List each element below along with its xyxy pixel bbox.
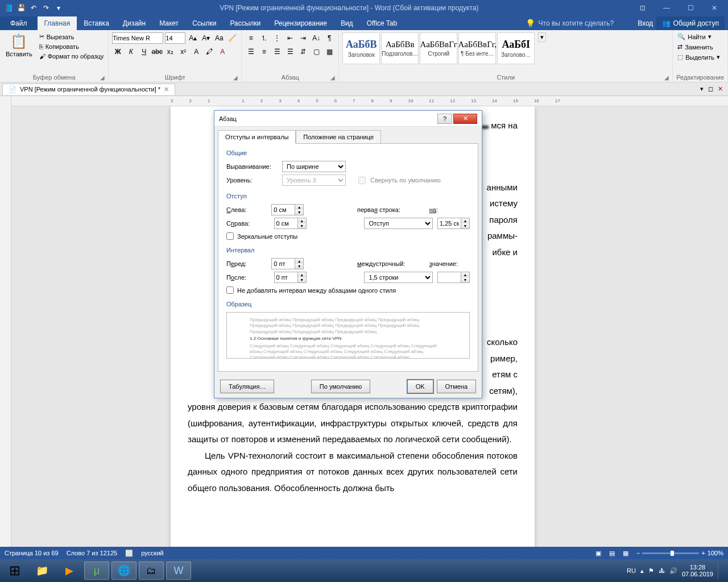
tab-file[interactable]: Файл	[0, 16, 38, 30]
dialog-help-icon[interactable]: ?	[437, 114, 452, 124]
multilevel-icon[interactable]: ⋮	[271, 32, 283, 44]
redo-icon[interactable]: ↷	[41, 3, 51, 13]
signin-link[interactable]: Вход	[638, 19, 653, 27]
replace-button[interactable]: ⇄Заменить	[676, 43, 721, 51]
start-button[interactable]: ⊞	[2, 562, 27, 580]
tab-layout[interactable]: Макет	[152, 16, 185, 30]
taskbar-chrome[interactable]: 🌐	[111, 562, 136, 580]
tray-flag-icon[interactable]: ⚑	[648, 567, 654, 575]
align-left-icon[interactable]: ☰	[245, 46, 257, 57]
taskbar-explorer[interactable]: 📁	[30, 562, 55, 580]
indent-left-input[interactable]	[271, 204, 295, 215]
styles-launcher-icon[interactable]: ◢	[664, 74, 669, 81]
document-tab[interactable]: 📄 VPN [Режим ограниченной функциональнос…	[2, 84, 175, 95]
tab-design[interactable]: Дизайн	[116, 16, 152, 30]
style-heading2[interactable]: АаБбІЗаголово…	[497, 32, 535, 64]
style-normal[interactable]: АаБбВвГг,¶ Без инте…	[458, 32, 496, 64]
spin-down-icon[interactable]: ▼	[295, 210, 303, 215]
spin-down-icon[interactable]: ▼	[298, 223, 306, 228]
after-input[interactable]	[274, 272, 298, 283]
style-strict[interactable]: АаБбВвГгСтрогий	[420, 32, 457, 64]
tab-pin-icon[interactable]: ◻	[706, 85, 715, 93]
tab-close-icon[interactable]: ✕	[716, 85, 725, 93]
text-effects-icon[interactable]: A	[191, 46, 202, 57]
minimize-icon[interactable]: —	[655, 4, 678, 12]
style-heading[interactable]: АаБбВЗаголовок	[342, 32, 380, 64]
cancel-button[interactable]: Отмена	[437, 380, 476, 393]
zoom-out-icon[interactable]: −	[636, 550, 640, 556]
font-size-combo[interactable]	[165, 32, 185, 44]
shading-icon[interactable]: ▢	[311, 46, 322, 57]
format-painter-button[interactable]: 🖌Формат по образцу	[38, 52, 105, 60]
cut-button[interactable]: ✂Вырезать	[38, 32, 105, 41]
copy-button[interactable]: ⎘Копировать	[38, 43, 105, 51]
tab-insert[interactable]: Вставка	[77, 16, 116, 30]
spin-up-icon[interactable]: ▲	[295, 205, 303, 210]
spin-up-icon[interactable]: ▲	[298, 218, 306, 223]
find-button[interactable]: 🔍Найти ▾	[676, 32, 721, 41]
bullets-icon[interactable]: ≡	[245, 32, 257, 44]
taskbar-explorer2[interactable]: 🗂	[139, 562, 164, 580]
clear-format-icon[interactable]: 🧹	[226, 32, 238, 44]
change-case-icon[interactable]: Aa	[213, 32, 225, 44]
zoom-percent[interactable]: 100%	[708, 550, 723, 556]
by-input[interactable]	[437, 218, 461, 229]
save-icon[interactable]: 💾	[16, 3, 26, 13]
zoom-in-icon[interactable]: +	[701, 550, 705, 556]
linespacing-select[interactable]: 1,5 строки	[364, 272, 433, 283]
tab-view[interactable]: Вид	[334, 16, 360, 30]
bold-icon[interactable]: Ж	[112, 46, 123, 57]
qat-dropdown-icon[interactable]: ▾	[53, 3, 64, 13]
borders-icon[interactable]: ▦	[324, 46, 335, 57]
superscript-icon[interactable]: x²	[177, 46, 189, 57]
spin-up-icon[interactable]: ▲	[295, 259, 303, 264]
view-read-icon[interactable]: ▣	[595, 550, 601, 557]
alignment-select[interactable]: По ширине	[282, 161, 346, 172]
spin-down-icon[interactable]: ▼	[298, 277, 306, 282]
taskbar-word[interactable]: W	[166, 562, 191, 580]
font-color-icon[interactable]: A	[217, 46, 228, 57]
tellme-input[interactable]: Что вы хотите сделать?	[539, 19, 614, 27]
subscript-icon[interactable]: x₂	[164, 46, 176, 57]
grow-font-icon[interactable]: A▴	[187, 32, 198, 44]
default-button[interactable]: По умолчанию	[311, 380, 370, 393]
tab-mailings[interactable]: Рассылки	[223, 16, 267, 30]
tab-references[interactable]: Ссылки	[185, 16, 223, 30]
highlight-icon[interactable]: 🖍	[204, 46, 215, 57]
tabs-button[interactable]: Табуляция…	[220, 380, 274, 393]
spin-down-icon[interactable]: ▼	[295, 264, 303, 269]
tray-volume-icon[interactable]: 🔊	[669, 567, 677, 575]
zoom-slider[interactable]	[642, 552, 699, 554]
at-input[interactable]	[437, 272, 461, 283]
status-page[interactable]: Страница 10 из 69	[5, 550, 59, 556]
strike-icon[interactable]: abc	[151, 46, 163, 57]
indent-dec-icon[interactable]: ⇤	[284, 32, 296, 44]
tab-review[interactable]: Рецензирование	[267, 16, 334, 30]
doc-close-icon[interactable]: ✕	[164, 86, 169, 93]
show-marks-icon[interactable]: ¶	[324, 32, 335, 44]
firstline-select[interactable]: Отступ	[364, 218, 433, 229]
before-input[interactable]	[271, 258, 295, 269]
font-name-combo[interactable]	[112, 32, 163, 44]
align-right-icon[interactable]: ☰	[271, 46, 283, 57]
tab-nav-icon[interactable]: ▾	[698, 85, 705, 93]
undo-icon[interactable]: ↶	[28, 3, 39, 13]
tray-network-icon[interactable]: 🖧	[659, 567, 665, 574]
spin-up-icon[interactable]: ▲	[298, 272, 306, 277]
vertical-ruler[interactable]	[0, 96, 11, 547]
indent-right-input[interactable]	[274, 218, 298, 229]
taskbar-utorrent[interactable]: μ	[84, 562, 109, 580]
font-launcher-icon[interactable]: ◢	[233, 74, 238, 81]
view-web-icon[interactable]: ▦	[623, 550, 628, 557]
underline-icon[interactable]: Ч	[138, 46, 150, 57]
ok-button[interactable]: OK	[407, 380, 433, 393]
align-center-icon[interactable]: ≡	[258, 46, 270, 57]
style-subtitle[interactable]: АаБбВвПодзаголов…	[381, 32, 419, 64]
dialog-titlebar[interactable]: Абзац ? ✕	[214, 111, 482, 127]
spin-down-icon[interactable]: ▼	[461, 223, 469, 228]
status-words[interactable]: Слово 7 из 12125	[67, 550, 118, 556]
tab-indents[interactable]: Отступы и интервалы	[218, 130, 296, 144]
tray-clock[interactable]: 13:28 07.06.2019	[682, 564, 713, 577]
mirror-checkbox[interactable]	[226, 232, 234, 240]
view-print-icon[interactable]: ▤	[609, 550, 615, 557]
